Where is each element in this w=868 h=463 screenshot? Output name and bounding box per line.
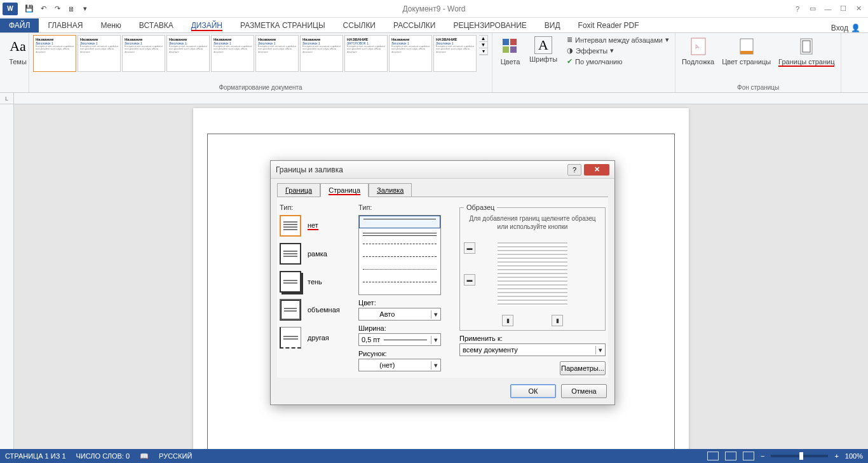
status-language[interactable]: РУССКИЙ: [159, 452, 192, 460]
redo-icon[interactable]: ↷: [51, 3, 64, 15]
undo-icon[interactable]: ↶: [37, 3, 50, 15]
set-default-button[interactable]: ✔По умолчанию: [565, 57, 671, 66]
preview-legend: Образец: [464, 204, 497, 211]
edge-bottom-button[interactable]: ▬: [464, 274, 475, 286]
gallery-up-icon[interactable]: ▲: [479, 36, 487, 42]
gallery-more-icon[interactable]: ▾: [479, 48, 487, 55]
width-combo[interactable]: 0,5 пт▾: [358, 333, 441, 346]
type-column-label: Тип:: [280, 204, 349, 211]
type-3d[interactable]: объемная: [280, 299, 349, 321]
svg-rect-1: [510, 39, 517, 45]
type-box[interactable]: рамка: [280, 243, 349, 265]
tab-главная[interactable]: ГЛАВНАЯ: [39, 18, 92, 32]
theme-preview[interactable]: НазваниеЗаголовок 1Excepteur sint occaec…: [33, 35, 76, 72]
theme-preview[interactable]: НазваниеЗаголовок 1Excepteur sint occaec…: [300, 35, 343, 72]
page-color-button[interactable]: Цвет страницы: [719, 35, 773, 67]
tab-ссылки[interactable]: ССЫЛКИ: [334, 18, 384, 32]
art-label: Рисунок:: [358, 350, 451, 357]
horizontal-ruler[interactable]: L: [0, 93, 868, 104]
tab-border[interactable]: Граница: [277, 183, 320, 197]
tab-foxit reader pdf[interactable]: Foxit Reader PDF: [569, 18, 648, 32]
watermark-button[interactable]: A Подложка: [679, 35, 717, 67]
dialog-help-button[interactable]: ?: [567, 164, 581, 176]
ribbon-options-icon[interactable]: ▭: [806, 3, 820, 15]
theme-preview[interactable]: НазваниеЗаголовок 1Excepteur sint occaec…: [389, 35, 432, 72]
cancel-button[interactable]: Отмена: [561, 384, 607, 398]
tab-рассылки[interactable]: РАССЫЛКИ: [384, 18, 444, 32]
minimize-icon[interactable]: —: [821, 3, 835, 15]
view-print-icon[interactable]: [725, 452, 736, 460]
theme-preview[interactable]: НАЗВАНИЕЗаголовок 1Excepteur sint occaec…: [433, 35, 477, 72]
theme-preview[interactable]: НазваниеЗаголовок 1Excepteur sint occaec…: [255, 35, 299, 72]
paragraph-spacing-button[interactable]: ≣Интервал между абзацами▾: [565, 35, 671, 45]
style-listbox[interactable]: [358, 215, 441, 295]
ruler-corner[interactable]: L: [0, 93, 14, 104]
theme-preview[interactable]: НазваниеЗаголовок 1Excepteur sint occaec…: [78, 35, 121, 72]
art-combo[interactable]: (нет)▾: [358, 359, 441, 371]
style-label: Тип:: [358, 204, 451, 211]
theme-preview[interactable]: НазваниеЗаголовок 1Excepteur sint occaec…: [122, 35, 165, 72]
preview-page[interactable]: [498, 242, 567, 306]
chevron-down-icon: ▾: [595, 346, 602, 354]
type-3d-icon: [280, 299, 301, 321]
tab-page[interactable]: Страница: [320, 183, 369, 197]
zoom-out-button[interactable]: −: [761, 452, 764, 460]
status-words[interactable]: ЧИСЛО СЛОВ: 0: [76, 452, 130, 460]
dialog-tabs: Граница Страница Заливка: [271, 179, 614, 197]
theme-preview[interactable]: НазваниеЗаголовок 1Excepteur sint occaec…: [211, 35, 254, 72]
type-none[interactable]: нет: [280, 215, 349, 237]
watermark-icon: A: [688, 36, 709, 57]
dialog-close-button[interactable]: ✕: [584, 164, 609, 176]
status-page[interactable]: СТРАНИЦА 1 ИЗ 1: [5, 452, 66, 460]
zoom-slider[interactable]: [771, 455, 828, 457]
effects-button[interactable]: ◑Эффекты▾: [565, 46, 671, 55]
colors-button[interactable]: Цвета: [496, 35, 524, 67]
tab-вид[interactable]: ВИД: [536, 18, 569, 32]
borders-shading-dialog: Границы и заливка ? ✕ Граница Страница З…: [270, 160, 615, 405]
fonts-button[interactable]: A Шрифты: [527, 35, 560, 64]
view-read-icon[interactable]: [707, 452, 719, 460]
theme-preview[interactable]: НазваниеЗаголовок 1Excepteur sint occaec…: [166, 35, 210, 72]
vertical-ruler[interactable]: [0, 104, 14, 450]
title-bar: W 💾 ↶ ↷ 🗎 ▾ Документ9 - Word ? ▭ — ☐ ✕: [0, 0, 868, 18]
tab-вставка[interactable]: ВСТАВКА: [130, 18, 182, 32]
color-combo[interactable]: Авто▾: [358, 308, 441, 321]
parameters-button[interactable]: Параметры...: [560, 361, 606, 375]
edge-left-button[interactable]: ▮: [502, 315, 513, 326]
type-none-icon: [280, 215, 301, 237]
new-doc-icon[interactable]: 🗎: [65, 3, 78, 15]
word-icon: W: [3, 3, 18, 15]
page-borders-button[interactable]: Границы страниц: [776, 35, 837, 67]
edge-top-button[interactable]: ▬: [464, 242, 475, 254]
login-link[interactable]: Вход👤: [831, 24, 860, 32]
save-icon[interactable]: 💾: [23, 3, 36, 15]
help-icon[interactable]: ?: [790, 3, 804, 15]
gallery-down-icon[interactable]: ▼: [479, 42, 487, 48]
qat-dropdown-icon[interactable]: ▾: [79, 3, 92, 15]
dialog-titlebar[interactable]: Границы и заливка ? ✕: [271, 161, 614, 179]
group-background-label: Фон страницы: [679, 84, 837, 92]
ok-button[interactable]: ОК: [510, 384, 556, 398]
theme-preview[interactable]: НАЗВАНИЕЗАГОЛОВОК 1Excepteur sint occaec…: [344, 35, 388, 72]
zoom-value[interactable]: 100%: [845, 452, 863, 460]
gallery-scroll[interactable]: ▲ ▼ ▾: [479, 35, 488, 55]
edge-right-button[interactable]: ▮: [552, 315, 563, 326]
zoom-in-button[interactable]: +: [834, 452, 838, 460]
close-icon[interactable]: ✕: [851, 3, 865, 15]
type-shadow[interactable]: тень: [280, 271, 349, 293]
tab-разметка страницы[interactable]: РАЗМЕТКА СТРАНИЦЫ: [231, 18, 334, 32]
status-proof-icon[interactable]: 📖: [140, 452, 149, 460]
chevron-down-icon: ▾: [431, 310, 438, 319]
file-tab[interactable]: ФАЙЛ: [0, 18, 39, 32]
apply-to-combo[interactable]: всему документу▾: [459, 343, 606, 356]
tab-дизайн[interactable]: ДИЗАЙН: [182, 18, 231, 32]
tab-меню[interactable]: Меню: [92, 18, 130, 32]
type-custom[interactable]: другая: [280, 327, 349, 349]
view-web-icon[interactable]: [743, 452, 754, 460]
tab-shading[interactable]: Заливка: [369, 183, 412, 197]
check-icon: ✔: [567, 57, 573, 66]
tab-рецензирование[interactable]: РЕЦЕНЗИРОВАНИЕ: [444, 18, 535, 32]
maximize-icon[interactable]: ☐: [836, 3, 850, 15]
page-borders-icon: [796, 36, 817, 57]
themes-button[interactable]: Aa Темы: [4, 35, 32, 67]
